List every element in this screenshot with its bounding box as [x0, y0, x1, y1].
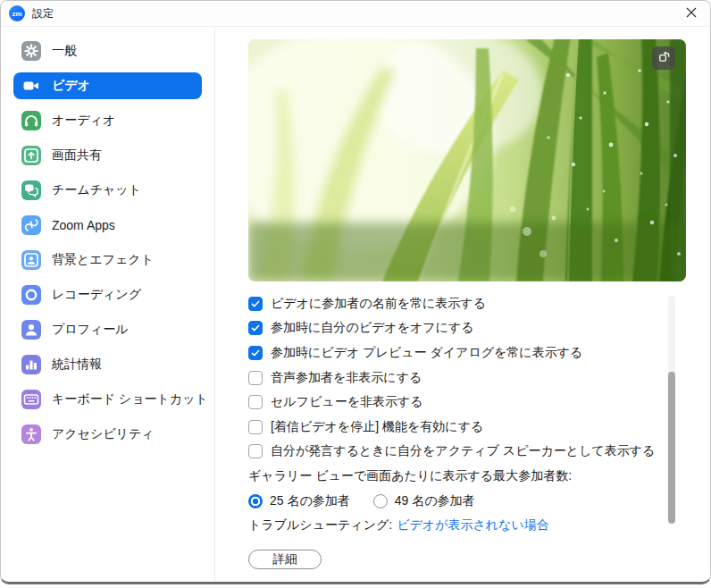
radio-label: 49 名の参加者	[395, 493, 475, 509]
sidebar-item-accessibility[interactable]: アクセシビリティ	[13, 421, 202, 448]
settings-window: zm 設定 一般 ビデオ	[0, 0, 711, 584]
sidebar-item-audio[interactable]: オーディオ	[13, 107, 202, 134]
screen-share-icon	[21, 146, 41, 165]
video-options: ビデオに参加者の名前を常に表示する 参加時に自分のビデオをオフにする 参加時にビ…	[248, 291, 710, 569]
checkbox-enable-stop-incoming-video[interactable]: [着信ビデオを停止] 機能を有効にする	[248, 415, 710, 440]
sidebar-item-label: Zoom Apps	[52, 218, 115, 232]
checkbox-hide-self-view[interactable]: セルフビューを非表示する	[248, 390, 710, 415]
checkbox-spotlight-when-speaking[interactable]: 自分が発言するときに自分をアクティブ スピーカーとして表示する	[248, 440, 710, 465]
scrollbar-thumb[interactable]	[668, 372, 675, 524]
gear-icon	[21, 41, 41, 61]
close-icon	[686, 5, 697, 21]
sidebar-item-keyboard-shortcuts[interactable]: キーボード ショートカット	[13, 386, 202, 413]
sidebar-item-label: チームチャット	[52, 182, 141, 198]
checkbox[interactable]	[248, 297, 263, 311]
sidebar-item-label: キーボード ショートカット	[52, 391, 208, 407]
checkbox-hide-non-video-participants[interactable]: 音声参加者を非表示にする	[248, 365, 710, 391]
checkbox-turn-off-video-on-join[interactable]: 参加時に自分のビデオをオフにする	[248, 316, 710, 341]
video-camera-icon	[21, 76, 41, 96]
settings-sidebar: 一般 ビデオ オーディオ 画面共有	[1, 27, 215, 584]
radio-button[interactable]	[373, 494, 388, 508]
zoom-apps-icon	[21, 215, 41, 235]
checkbox-label: 音声参加者を非表示にする	[271, 370, 422, 386]
sidebar-item-statistics[interactable]: 統計情報	[13, 351, 202, 378]
zoom-app-icon: zm	[9, 5, 25, 21]
radio-49-participants[interactable]: 49 名の参加者	[373, 493, 475, 509]
sidebar-item-label: 画面共有	[52, 147, 102, 164]
sidebar-item-label: プロフィール	[52, 322, 129, 338]
sidebar-item-label: ビデオ	[52, 78, 90, 94]
sidebar-item-label: レコーディング	[52, 287, 141, 303]
title-bar: zm 設定	[1, 1, 710, 27]
video-settings-panel: ビデオに参加者の名前を常に表示する 参加時に自分のビデオをオフにする 参加時にビ…	[215, 27, 710, 584]
sidebar-item-zoom-apps[interactable]: Zoom Apps	[13, 212, 202, 239]
headset-icon	[21, 111, 41, 130]
checkbox[interactable]	[248, 346, 263, 360]
background-effects-icon	[21, 250, 41, 270]
sidebar-item-background-effects[interactable]: 背景とエフェクト	[13, 247, 202, 273]
checkbox-always-show-preview-dialog[interactable]: 参加時にビデオ プレビュー ダイアログを常に表示する	[248, 340, 710, 365]
sidebar-item-label: 統計情報	[52, 357, 102, 373]
checkbox[interactable]	[248, 395, 263, 409]
sidebar-item-team-chat[interactable]: チームチャット	[13, 177, 202, 204]
window-title: 設定	[32, 6, 54, 21]
troubleshooting-row: トラブルシューティング: ビデオが表示されない場合	[248, 513, 710, 538]
radio-button[interactable]	[248, 494, 263, 508]
record-icon	[21, 285, 41, 305]
sidebar-item-video[interactable]: ビデオ	[13, 72, 202, 99]
radio-25-participants[interactable]: 25 名の参加者	[248, 493, 350, 509]
gallery-view-radio-group: 25 名の参加者 49 名の参加者	[248, 489, 710, 514]
sidebar-item-label: オーディオ	[52, 113, 115, 129]
grass-preview-image	[248, 39, 686, 281]
stats-icon	[21, 355, 41, 374]
sidebar-item-label: アクセシビリティ	[52, 426, 155, 442]
checkbox[interactable]	[248, 371, 263, 385]
sidebar-item-screen-share[interactable]: 画面共有	[13, 142, 202, 169]
troubleshooting-label: トラブルシューティング:	[248, 517, 392, 533]
checkbox[interactable]	[248, 321, 263, 335]
sidebar-item-general[interactable]: 一般	[13, 38, 202, 64]
keyboard-icon	[21, 390, 41, 409]
close-button[interactable]	[673, 1, 710, 26]
radio-label: 25 名の参加者	[270, 493, 350, 509]
gallery-view-max-participants-label: ギャラリー ビューで画面あたりに表示する最大参加者数:	[248, 464, 710, 489]
chat-icon	[21, 181, 41, 200]
checkbox[interactable]	[248, 444, 263, 458]
video-not-showing-link[interactable]: ビデオが表示されない場合	[397, 517, 549, 533]
sidebar-item-label: 一般	[52, 43, 77, 59]
checkbox-label: 参加時に自分のビデオをオフにする	[271, 320, 474, 336]
checkbox-label: 参加時にビデオ プレビュー ダイアログを常に表示する	[271, 345, 582, 361]
checkbox-always-display-names[interactable]: ビデオに参加者の名前を常に表示する	[248, 291, 710, 316]
checkbox-label: ビデオに参加者の名前を常に表示する	[271, 296, 486, 312]
checkbox[interactable]	[248, 420, 263, 434]
accessibility-icon	[21, 424, 41, 444]
checkbox-label: 自分が発言するときに自分をアクティブ スピーカーとして表示する	[271, 443, 655, 459]
sidebar-item-profile[interactable]: プロフィール	[13, 316, 202, 343]
rotate-90-icon	[657, 50, 671, 67]
sidebar-item-label: 背景とエフェクト	[52, 252, 154, 268]
camera-preview	[248, 39, 686, 281]
profile-icon	[21, 320, 41, 340]
checkbox-label: [着信ビデオを停止] 機能を有効にする	[271, 419, 483, 435]
advanced-button[interactable]: 詳細	[248, 550, 322, 569]
rotate-preview-button[interactable]	[652, 46, 675, 70]
checkbox-label: セルフビューを非表示する	[271, 394, 423, 410]
sidebar-item-recording[interactable]: レコーディング	[13, 281, 202, 308]
